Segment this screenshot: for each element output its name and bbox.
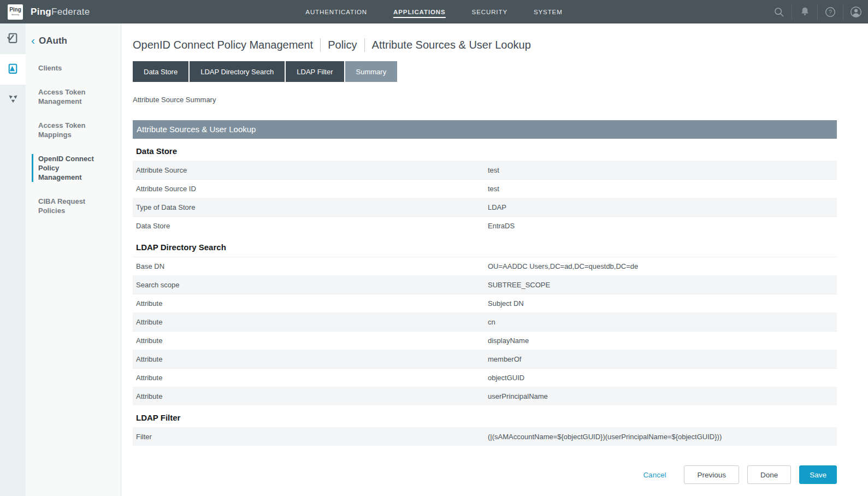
svg-text:?: ? [829, 8, 832, 15]
help-icon[interactable]: ? [820, 6, 840, 18]
row-label: Attribute [133, 336, 488, 345]
page-title: OpenID Connect Policy ManagementPolicyAt… [133, 38, 837, 52]
main-content: OpenID Connect Policy ManagementPolicyAt… [121, 23, 868, 496]
tab-ldap-directory-search[interactable]: LDAP Directory Search [190, 61, 285, 82]
table-row: Data StoreEntraDS [133, 216, 837, 235]
section-heading: Data Store [133, 146, 837, 156]
sidebar-item-openid-connect-policy-management[interactable]: OpenID Connect Policy Management [32, 154, 121, 182]
table-row: AttributememberOf [133, 350, 837, 368]
summary-sections: Data StoreAttribute SourcetestAttribute … [133, 146, 837, 446]
rail-item-check-square[interactable] [0, 23, 26, 54]
section-heading: LDAP Directory Search [133, 243, 837, 252]
breadcrumb-segment: Attribute Sources & User Lookup [372, 39, 531, 51]
icon-rail [0, 23, 26, 496]
row-value: cn [488, 318, 837, 326]
table-row: Search scopeSUBTREE_SCOPE [133, 275, 837, 294]
account-icon[interactable] [846, 5, 866, 19]
rail-item-grants[interactable] [0, 85, 26, 115]
sidebar-item-label: Access Token Mappings [38, 121, 104, 139]
check-square-icon [6, 31, 20, 47]
table-row: Type of Data StoreLDAP [133, 198, 837, 216]
brand[interactable]: Ping Identity PingFederate [8, 4, 90, 20]
breadcrumb-segment: OpenID Connect Policy Management [133, 39, 313, 51]
row-label: Attribute [133, 318, 488, 326]
topnav-system[interactable]: SYSTEM [534, 6, 563, 18]
topnav-authentication[interactable]: AUTHENTICATION [305, 6, 367, 18]
cancel-link[interactable]: Cancel [643, 471, 666, 479]
row-value: memberOf [488, 355, 837, 363]
sidebar-item-access-token-management[interactable]: Access Token Management [32, 87, 121, 106]
tab-ldap-filter[interactable]: LDAP Filter [286, 61, 344, 82]
oauth-page-icon [6, 62, 20, 78]
table-row: Attributecn [133, 312, 837, 331]
breadcrumb-segment: Policy [328, 39, 357, 51]
table-row: AttributedisplayName [133, 331, 837, 350]
grants-icon [7, 92, 20, 108]
top-nav: AUTHENTICATIONAPPLICATIONSSECURITYSYSTEM [305, 0, 562, 23]
row-value: test [488, 185, 837, 193]
bell-icon[interactable] [795, 6, 814, 17]
row-value: test [488, 166, 837, 174]
topnav-security[interactable]: SECURITY [472, 6, 507, 18]
footer-actions: Cancel Previous Done Save [133, 465, 837, 484]
sidebar: ‹ OAuth ClientsAccess Token ManagementAc… [26, 23, 121, 496]
wizard-tabs: Data StoreLDAP Directory SearchLDAP Filt… [133, 61, 837, 82]
sidebar-item-ciba-request-policies[interactable]: CIBA Request Policies [32, 197, 121, 215]
section-heading: LDAP Filter [133, 413, 837, 422]
table-row: Base DNOU=AADDC Users,DC=ad,DC=questdb,D… [133, 257, 837, 275]
row-value: displayName [488, 336, 837, 345]
row-label: Attribute [133, 299, 488, 308]
breadcrumb-separator [364, 38, 365, 52]
table-row: Filter(|(sAMAccountName=${objectGUID})(u… [133, 427, 837, 446]
table-row: AttributeobjectGUID [133, 368, 837, 387]
row-value: EntraDS [488, 222, 837, 230]
section-ldap-filter: LDAP FilterFilter(|(sAMAccountName=${obj… [133, 413, 837, 446]
chevron-left-icon: ‹ [31, 34, 35, 46]
row-value: (|(sAMAccountName=${objectGUID})(userPri… [488, 433, 837, 441]
row-label: Attribute [133, 374, 488, 382]
row-label: Attribute Source [133, 166, 488, 174]
row-label: Attribute Source ID [133, 185, 488, 193]
row-value: userPrincipalName [488, 392, 837, 400]
table-row: AttributeuserPrincipalName [133, 387, 837, 405]
topnav-applications[interactable]: APPLICATIONS [393, 6, 446, 18]
top-bar-divider [817, 4, 818, 20]
summary-intro: Attribute Source Summary [133, 96, 837, 104]
rail-item-oauth[interactable] [0, 54, 26, 85]
section-ldap-directory-search: LDAP Directory SearchBase DNOU=AADDC Use… [133, 243, 837, 405]
tab-summary[interactable]: Summary [345, 61, 398, 82]
tab-data-store[interactable]: Data Store [133, 61, 188, 82]
section-data-store: Data StoreAttribute SourcetestAttribute … [133, 146, 837, 235]
row-label: Type of Data Store [133, 203, 488, 211]
table-row: Attribute Sourcetest [133, 161, 837, 179]
ping-logo-text: Ping [9, 7, 21, 12]
done-button[interactable]: Done [747, 465, 791, 484]
row-value: Subject DN [488, 299, 837, 308]
row-value: OU=AADDC Users,DC=ad,DC=questdb,DC=de [488, 262, 837, 270]
table-row: AttributeSubject DN [133, 294, 837, 312]
top-bar-divider [792, 4, 792, 20]
row-label: Attribute [133, 392, 488, 400]
sidebar-item-label: Clients [38, 63, 104, 73]
row-label: Base DN [133, 262, 488, 270]
row-label: Filter [133, 433, 488, 441]
row-value: objectGUID [488, 374, 837, 382]
breadcrumb-separator [320, 38, 321, 52]
ping-logo-icon: Ping Identity [8, 4, 23, 20]
sidebar-item-clients[interactable]: Clients [32, 63, 121, 73]
sidebar-item-label: Access Token Management [38, 87, 104, 106]
sidebar-menu: ClientsAccess Token ManagementAccess Tok… [26, 63, 121, 215]
table-row: Attribute Source IDtest [133, 179, 837, 198]
previous-button[interactable]: Previous [684, 465, 739, 484]
top-icons: ? [769, 4, 861, 20]
top-bar: Ping Identity PingFederate AUTHENTICATIO… [0, 0, 868, 23]
sidebar-back[interactable]: ‹ OAuth [26, 36, 121, 46]
save-button[interactable]: Save [799, 465, 837, 484]
row-value: SUBTREE_SCOPE [488, 281, 837, 289]
sidebar-item-access-token-mappings[interactable]: Access Token Mappings [32, 121, 121, 139]
row-label: Search scope [133, 281, 488, 289]
app-title-rest: Federate [51, 7, 90, 17]
search-icon[interactable] [769, 6, 789, 18]
sidebar-section-title: OAuth [39, 36, 67, 46]
row-value: LDAP [488, 203, 837, 211]
